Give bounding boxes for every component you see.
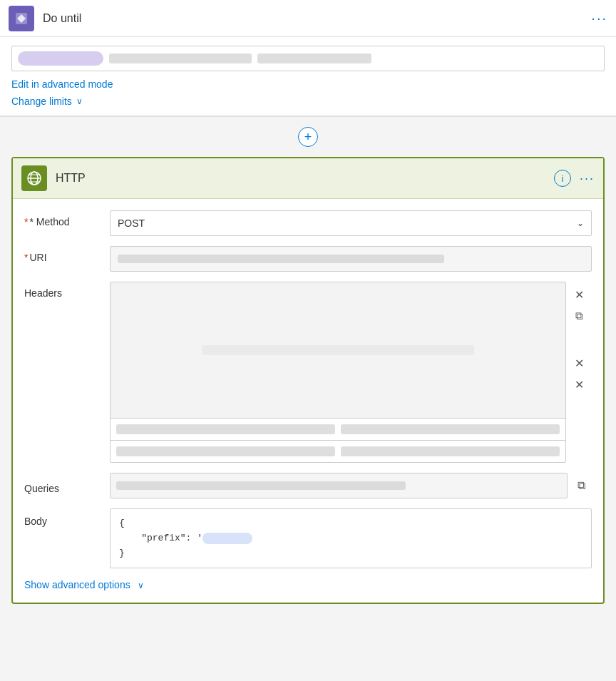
queries-control: ⧉ [110, 473, 592, 498]
headers-clear-button[interactable]: ✕ [570, 286, 587, 303]
http-icon [21, 165, 47, 191]
http-card-header: HTTP i ··· [13, 158, 603, 199]
add-step-button[interactable]: + [298, 127, 318, 147]
header-row-1 [111, 418, 565, 440]
body-prefix-blurred [202, 533, 252, 544]
method-value: POST [118, 217, 577, 229]
show-advanced-link[interactable]: Show advanced options [24, 579, 130, 590]
http-title: HTTP [56, 172, 554, 185]
do-until-body: Edit in advanced mode Change limits ∨ [0, 37, 616, 116]
body-row: Body { "prefix": ' } [24, 508, 592, 568]
uri-label: *URI [24, 246, 110, 263]
http-header-actions: i ··· [554, 170, 595, 187]
do-until-header: Do until ··· [0, 0, 616, 37]
method-row: ** Method POST ⌄ [24, 210, 592, 236]
http-card-body: ** Method POST ⌄ *URI Headers [13, 199, 603, 603]
queries-label: Queries [24, 477, 110, 494]
body-line3: } [119, 546, 582, 561]
headers-label: Headers [24, 282, 110, 299]
body-label: Body [24, 508, 110, 527]
uri-input[interactable] [110, 246, 592, 272]
change-limits-chevron: ∨ [76, 96, 83, 106]
method-chevron: ⌄ [577, 218, 584, 228]
method-select[interactable]: POST ⌄ [110, 210, 592, 236]
uri-control [110, 246, 592, 272]
method-label: ** Method [24, 210, 110, 227]
do-until-title: Do until [43, 12, 591, 25]
queries-copy-button[interactable]: ⧉ [570, 475, 592, 496]
do-until-icon [9, 6, 34, 31]
body-control: { "prefix": ' } [110, 508, 592, 568]
http-card: HTTP i ··· ** Method POST ⌄ *URI [11, 157, 605, 604]
change-limits-link[interactable]: Change limits [11, 96, 72, 107]
headers-control: ✕ ⧉ ✕ ✕ [110, 282, 592, 463]
condition-bar [11, 46, 605, 71]
body-textarea[interactable]: { "prefix": ' } [110, 508, 592, 568]
http-more-button[interactable]: ··· [580, 171, 595, 186]
body-line2: "prefix": ' [119, 531, 582, 546]
uri-required-star: * [24, 252, 28, 263]
http-info-button[interactable]: i [554, 170, 571, 187]
method-required-star: * [24, 216, 28, 227]
show-advanced-row: Show advanced options ∨ [24, 578, 592, 591]
headers-blurred-area [111, 282, 565, 418]
method-control: POST ⌄ [110, 210, 592, 236]
show-advanced-chevron: ∨ [138, 580, 144, 590]
do-until-more-button[interactable]: ··· [591, 10, 607, 26]
change-limits-row: Change limits ∨ [11, 96, 605, 116]
headers-row: Headers [24, 282, 592, 463]
header-row-2 [111, 440, 565, 462]
headers-row1-delete-button[interactable]: ✕ [570, 354, 587, 372]
uri-row: *URI [24, 246, 592, 272]
edit-advanced-link[interactable]: Edit in advanced mode [11, 78, 605, 90]
headers-copy-button[interactable]: ⧉ [570, 307, 587, 324]
queries-input[interactable] [110, 473, 568, 498]
headers-row2-delete-button[interactable]: ✕ [570, 376, 587, 393]
add-step-row: + [0, 117, 616, 157]
body-line1: { [119, 516, 582, 531]
queries-row: Queries ⧉ [24, 473, 592, 498]
